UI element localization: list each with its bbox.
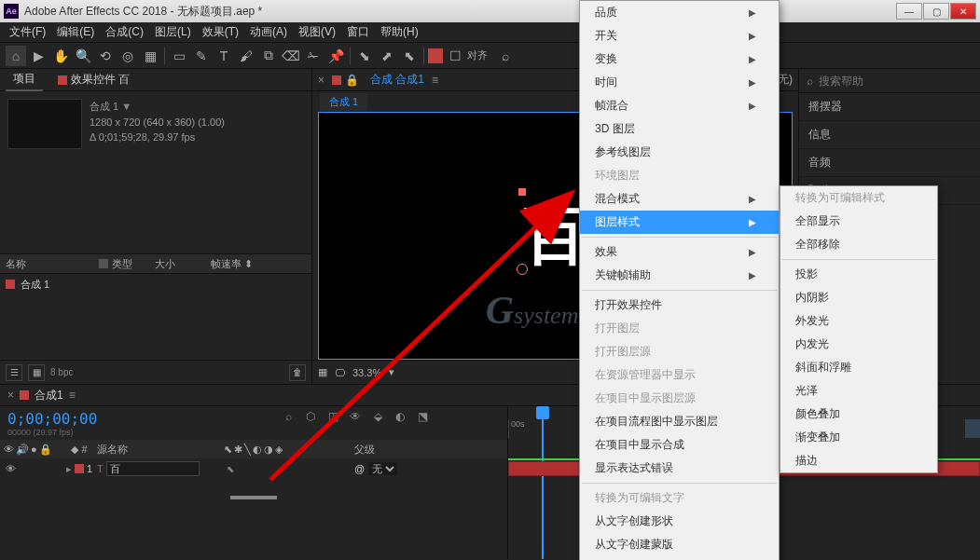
home-tool[interactable]: ⌂ [6, 46, 26, 66]
menu-item[interactable]: 混合模式▶ [580, 187, 779, 211]
menu-file[interactable]: 文件(F) [4, 22, 51, 42]
grid-icon[interactable]: ▦ [318, 366, 327, 378]
col-name[interactable]: 名称 [6, 257, 99, 271]
stamp-tool[interactable]: ⧉ [258, 46, 279, 66]
label-column[interactable]: ◆ [71, 444, 78, 455]
work-area-end[interactable] [965, 419, 980, 438]
menu-item[interactable]: 品质▶ [580, 1, 779, 24]
menu-item[interactable]: 开关▶ [580, 24, 779, 48]
solo-toggle[interactable] [34, 462, 47, 475]
col-framerate[interactable]: 帧速率 ⬍ [211, 257, 267, 271]
lock-column[interactable]: 🔒 [39, 444, 52, 456]
fx-toggle[interactable] [239, 462, 252, 475]
menu-item[interactable]: 打开效果控件 [580, 294, 779, 317]
fx-switch[interactable]: ✱ [234, 444, 242, 456]
menu-item[interactable]: 时间▶ [580, 71, 779, 94]
panel-audio[interactable]: 音频 [799, 149, 980, 177]
bpc-button[interactable]: 8 bpc [50, 367, 73, 377]
menu-item[interactable]: 3D 图层 [580, 117, 779, 141]
speaker-column[interactable]: 🔊 [16, 444, 29, 456]
menu-animation[interactable]: 动画(A) [244, 22, 293, 42]
context-menu[interactable]: 品质▶开关▶变换▶时间▶帧混合▶3D 图层参考线图层环境图层混合模式▶图层样式▶… [579, 0, 780, 560]
pickwhip-icon[interactable]: @ [354, 463, 365, 474]
rect-tool[interactable]: ▭ [169, 46, 189, 66]
menu-item[interactable]: 颜色叠加 [780, 403, 948, 426]
snap-toggle[interactable]: ☐ [445, 46, 465, 66]
view-axis-tool[interactable]: ⬉ [399, 46, 420, 66]
menu-effect[interactable]: 效果(T) [197, 22, 244, 42]
menu-item[interactable]: 全部显示 [780, 210, 948, 233]
lock-toggle[interactable] [48, 462, 62, 475]
fill-swatch[interactable] [428, 48, 443, 63]
project-item[interactable]: 合成 1 [0, 274, 311, 294]
layer-styles-submenu[interactable]: 转换为可编辑样式全部显示全部移除投影内阴影外发光内发光斜面和浮雕光泽颜色叠加渐变… [780, 185, 938, 473]
brush-tool[interactable]: 🖌 [236, 46, 256, 66]
panel-info[interactable]: 信息 [799, 121, 980, 149]
resize-handle[interactable] [230, 496, 277, 499]
selection-handle[interactable] [518, 188, 526, 196]
pin-tool[interactable]: 📌 [325, 46, 346, 66]
search-icon[interactable]: ⌕ [280, 408, 297, 425]
playhead[interactable] [536, 406, 549, 419]
new-folder-button[interactable]: ▦ [28, 364, 45, 381]
comp-breadcrumb[interactable]: 合成 1 [320, 93, 367, 111]
menu-item[interactable]: 外发光 [780, 309, 948, 333]
project-thumbnail[interactable] [7, 99, 82, 149]
anchor-point[interactable] [517, 264, 528, 275]
timeline-tab[interactable]: 合成1 [35, 388, 63, 403]
camera-tool[interactable]: ▦ [140, 46, 160, 66]
pen-tool[interactable]: ✎ [191, 46, 212, 66]
frame-blend-toggle[interactable] [254, 462, 267, 475]
label-color[interactable] [75, 464, 84, 473]
3d-toggle[interactable] [298, 462, 311, 475]
menu-item[interactable]: 全部移除 [780, 233, 948, 256]
source-name-column[interactable]: 源名称 [93, 443, 224, 457]
expand-icon[interactable]: ▸ [66, 463, 72, 475]
menu-item[interactable]: 显示表达式错误 [580, 457, 779, 480]
panel-menu-icon[interactable]: ≡ [432, 74, 438, 87]
menu-item[interactable]: 斜面和浮雕 [780, 356, 948, 379]
menu-item[interactable]: 变换▶ [580, 48, 779, 71]
col-type[interactable]: 类型 [99, 257, 155, 271]
menu-help[interactable]: 帮助(H) [375, 22, 424, 42]
motion-blur-toggle[interactable] [269, 462, 282, 475]
3d-switch[interactable]: ◈ [275, 444, 283, 456]
frame-blend-icon[interactable]: ⬙ [369, 408, 386, 425]
lock-icon[interactable]: 🔒 [345, 74, 359, 87]
close-tab-icon[interactable]: × [7, 389, 14, 402]
menu-window[interactable]: 窗口 [341, 22, 375, 42]
menu-item[interactable]: 参考线图层 [580, 141, 779, 164]
menu-item[interactable]: 图层样式▶ [580, 211, 779, 234]
menu-item[interactable]: 效果▶ [580, 240, 779, 264]
menu-item[interactable]: 光泽 [780, 379, 948, 403]
resolution-dropdown[interactable]: ▾ [389, 366, 394, 378]
layer-name-input[interactable] [106, 461, 200, 476]
shy-switch[interactable]: ⬉ [224, 444, 232, 456]
zoom-level[interactable]: 33.3% [352, 367, 381, 378]
minimize-button[interactable]: — [896, 3, 922, 20]
text-layer[interactable]: 百 [524, 194, 587, 279]
menu-view[interactable]: 视图(V) [293, 22, 341, 42]
world-axis-tool[interactable]: ⬈ [377, 46, 397, 66]
menu-item[interactable]: 关键帧辅助▶ [580, 264, 779, 287]
menu-item[interactable]: 投影 [780, 263, 948, 286]
menu-layer[interactable]: 图层(L) [149, 22, 197, 42]
solo-column[interactable]: ● [31, 444, 37, 456]
eye-column[interactable]: 👁 [4, 444, 14, 456]
roto-tool[interactable]: ✁ [303, 46, 324, 66]
timeline-layer-row[interactable]: 👁 ▸ 1 T ⬉ [0, 458, 507, 479]
tab-project[interactable]: 项目 [6, 68, 43, 91]
tab-effect-controls[interactable]: 效果控件 百 [50, 69, 137, 90]
menu-item[interactable]: 在项目流程图中显示图层 [580, 410, 779, 433]
adjustment-switch[interactable]: ◑ [264, 444, 273, 456]
zoom-tool[interactable]: 🔍 [73, 46, 93, 66]
graph-editor-icon[interactable]: ⬔ [414, 408, 431, 425]
maximize-button[interactable]: ▢ [923, 3, 949, 20]
interpret-footage-button[interactable]: ☰ [6, 364, 22, 381]
panel-wiggler[interactable]: 摇摆器 [799, 93, 980, 121]
comp-tab[interactable]: 合成 合成1 [366, 70, 428, 89]
eraser-tool[interactable]: ⌫ [281, 46, 301, 66]
menu-composition[interactable]: 合成(C) [100, 22, 149, 42]
visibility-toggle[interactable]: 👁 [4, 462, 17, 475]
menu-item[interactable]: 从文字创建蒙版 [580, 533, 779, 556]
